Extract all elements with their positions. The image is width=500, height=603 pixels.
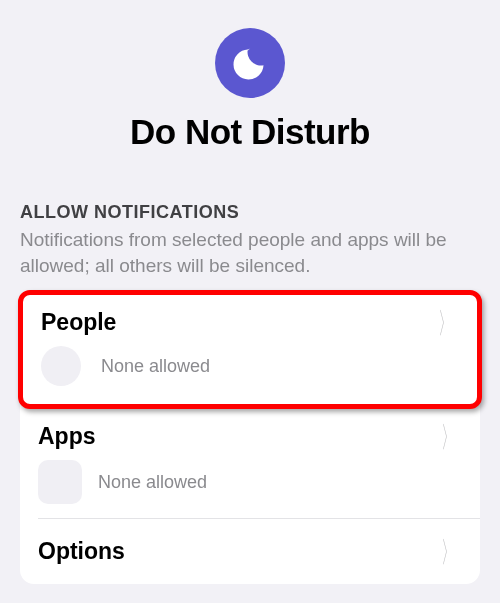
focus-header: Do Not Disturb [0, 0, 500, 202]
chevron-right-icon: 〉 [438, 308, 454, 337]
section-description: Notifications from selected people and a… [20, 227, 480, 278]
options-row[interactable]: Options 〉 [20, 519, 480, 584]
people-row[interactable]: People 〉 None allowed [23, 295, 477, 404]
apps-row[interactable]: Apps 〉 None allowed [20, 409, 480, 518]
moon-icon [215, 28, 285, 98]
apps-subtext: None allowed [98, 472, 207, 493]
people-subtext: None allowed [101, 356, 210, 377]
app-icon-placeholder [38, 460, 82, 504]
settings-list: People 〉 None allowed Apps 〉 None allowe… [20, 290, 480, 584]
people-row-highlight: People 〉 None allowed [18, 290, 482, 409]
section-header: Allow Notifications [20, 202, 480, 223]
page-title: Do Not Disturb [0, 112, 500, 152]
chevron-right-icon: 〉 [441, 422, 457, 451]
people-label: People [41, 309, 116, 336]
chevron-right-icon: 〉 [441, 537, 457, 566]
options-label: Options [38, 538, 125, 565]
apps-label: Apps [38, 423, 96, 450]
avatar-placeholder [41, 346, 81, 386]
allow-notifications-section: Allow Notifications Notifications from s… [0, 202, 500, 584]
